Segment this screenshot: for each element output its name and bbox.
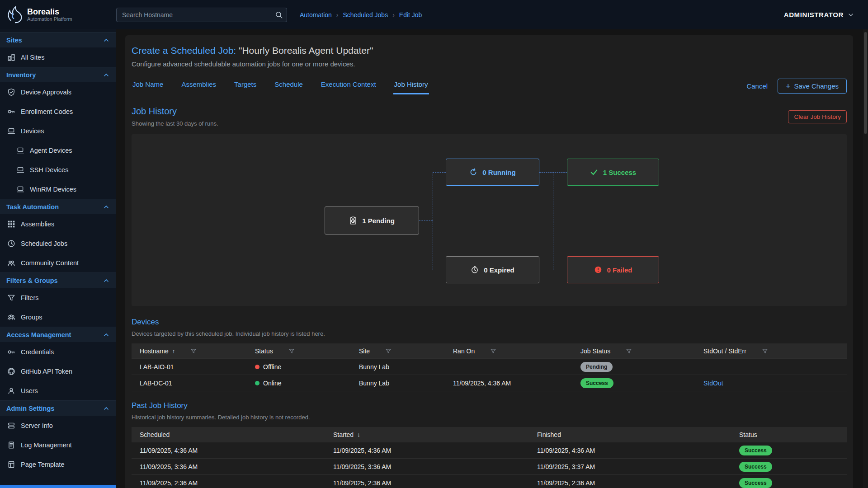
table-row[interactable]: LAB-AIO-01 Offline Bunny Lab Pending <box>132 359 847 375</box>
failed-node[interactable]: 0 Failed <box>567 256 659 283</box>
scrollbar-thumb[interactable] <box>864 32 867 134</box>
sidebar-item-winrm-devices[interactable]: WinRM Devices <box>0 179 116 199</box>
col-header-hostname[interactable]: Hostname ↑ <box>132 347 255 355</box>
status-badge: Success <box>580 378 613 388</box>
sidebar-item-label: GitHub API Token <box>21 368 72 375</box>
sidebar-item-groups[interactable]: Groups <box>0 307 116 327</box>
user-icon <box>7 387 15 395</box>
sidebar-item-agent-devices[interactable]: Agent Devices <box>0 141 116 160</box>
edit-job-panel: Create a Scheduled Job: "Hourly Borealis… <box>125 35 853 488</box>
sidebar-item-github-api-token[interactable]: GitHub API Token <box>0 361 116 381</box>
search-input[interactable] <box>116 8 287 22</box>
col-label: Finished <box>537 431 561 438</box>
sidebar-item-server-info[interactable]: Server Info <box>0 416 116 435</box>
tab-job-history[interactable]: Job History <box>393 78 429 94</box>
sidebar-item-device-approvals[interactable]: Device Approvals <box>0 82 116 102</box>
col-header-status[interactable]: Status <box>739 431 847 438</box>
tab-schedule[interactable]: Schedule <box>274 78 304 94</box>
sidebar-item-credentials[interactable]: Credentials <box>0 342 116 361</box>
sidebar-item-filters[interactable]: Filters <box>0 288 116 307</box>
devices-header-row: Devices Devices targeted by this schedul… <box>132 318 847 337</box>
tab-execution-context[interactable]: Execution Context <box>320 78 377 94</box>
sort-asc-icon[interactable]: ↑ <box>172 347 175 354</box>
col-header-started[interactable]: Started ↓ <box>333 431 537 438</box>
sidebar-section-inventory[interactable]: Inventory <box>0 67 116 82</box>
breadcrumb-automation[interactable]: Automation <box>300 11 332 19</box>
tab-targets[interactable]: Targets <box>233 78 257 94</box>
top-bar: Borealis Automation Platform Automation … <box>0 0 868 29</box>
success-check-icon <box>590 168 598 176</box>
cancel-button[interactable]: Cancel <box>746 82 768 90</box>
table-row[interactable]: LAB-DC-01 Online Bunny Lab 11/09/2025, 4… <box>132 375 847 391</box>
sidebar-item-enrollment-codes[interactable]: Enrollment Codes <box>0 102 116 121</box>
filter-icon[interactable] <box>385 348 392 354</box>
connector <box>419 221 433 221</box>
save-changes-button[interactable]: + Save Changes <box>778 79 847 94</box>
col-header-finished[interactable]: Finished <box>537 431 739 438</box>
col-header-status[interactable]: Status <box>255 347 359 355</box>
page-scrollbar[interactable] <box>863 29 868 488</box>
sidebar-section-admin-settings[interactable]: Admin Settings <box>0 400 116 416</box>
col-header-ran-on[interactable]: Ran On <box>453 347 580 355</box>
running-refresh-icon <box>469 168 477 176</box>
sort-desc-icon[interactable]: ↓ <box>357 431 360 438</box>
devices-heading: Devices <box>132 318 325 327</box>
device-icon <box>16 146 24 155</box>
sidebar-item-label: Page Template <box>21 461 64 468</box>
pending-node[interactable]: 1 Pending <box>325 206 419 235</box>
table-row[interactable]: 11/09/2025, 4:36 AM 11/09/2025, 4:36 AM … <box>132 442 847 459</box>
stdout-link[interactable]: StdOut <box>703 380 723 387</box>
connector <box>433 270 446 270</box>
sidebar-item-all-sites[interactable]: All Sites <box>0 47 116 67</box>
tab-job-name[interactable]: Job Name <box>132 78 164 94</box>
page-title-prefix: Create a Scheduled Job: <box>132 45 236 56</box>
success-node[interactable]: 1 Success <box>567 159 659 186</box>
section-label: Filters & Groups <box>6 277 58 284</box>
devices-table: Hostname ↑ Status Site Ran On <box>132 343 847 391</box>
col-label: Hostname <box>140 347 169 355</box>
table-row[interactable]: 11/09/2025, 3:36 AM 11/09/2025, 3:36 AM … <box>132 459 847 475</box>
tab-assemblies[interactable]: Assemblies <box>180 78 217 94</box>
sidebar-item-ssh-devices[interactable]: SSH Devices <box>0 160 116 179</box>
sidebar-item-users[interactable]: Users <box>0 381 116 400</box>
running-node[interactable]: 0 Running <box>446 159 539 186</box>
past-job-history-header-row: Past Job History Historical job history … <box>132 401 847 421</box>
connector <box>553 270 567 270</box>
filter-icon[interactable] <box>762 348 768 354</box>
search-icon[interactable] <box>275 11 283 21</box>
sidebar-item-label: WinRM Devices <box>30 186 76 193</box>
filter-icon[interactable] <box>288 348 295 354</box>
user-menu[interactable]: ADMINISTRATOR <box>784 11 868 19</box>
expired-node-label: 0 Expired <box>484 266 514 274</box>
expired-node[interactable]: 0 Expired <box>446 256 539 283</box>
sidebar-item-community-content[interactable]: Community Content <box>0 253 116 272</box>
breadcrumb-edit-job[interactable]: Edit Job <box>399 11 422 19</box>
filter-icon[interactable] <box>190 348 197 354</box>
breadcrumb-scheduled-jobs[interactable]: Scheduled Jobs <box>343 11 388 19</box>
sidebar-section-access-management[interactable]: Access Management <box>0 327 116 342</box>
sidebar-item-devices[interactable]: Devices <box>0 121 116 141</box>
sidebar-section-sites[interactable]: Sites <box>0 32 116 47</box>
scheduled-cell: 11/09/2025, 2:36 AM <box>132 479 333 487</box>
table-row[interactable]: 11/09/2025, 2:36 AM 11/09/2025, 2:36 AM … <box>132 475 847 488</box>
chevron-down-icon <box>847 11 854 19</box>
sidebar-section-task-automation[interactable]: Task Automation <box>0 199 116 214</box>
clear-job-history-button[interactable]: Clear Job History <box>788 110 847 123</box>
sidebar-section-filters-groups[interactable]: Filters & Groups <box>0 272 116 288</box>
filter-icon[interactable] <box>626 348 632 354</box>
filter-icon[interactable] <box>490 348 496 354</box>
funnel-icon <box>7 294 15 302</box>
col-header-site[interactable]: Site <box>359 347 453 355</box>
sidebar-item-page-template[interactable]: Page Template <box>0 455 116 474</box>
status-badge: Success <box>739 478 772 488</box>
sidebar-partial-item-highlight <box>0 485 116 488</box>
save-changes-label: Save Changes <box>794 82 839 90</box>
people-icon <box>7 259 15 267</box>
sidebar-item-assemblies[interactable]: Assemblies <box>0 214 116 234</box>
sidebar-item-label: Community Content <box>21 259 79 267</box>
sidebar-item-log-management[interactable]: Log Management <box>0 435 116 455</box>
sidebar-item-scheduled-jobs[interactable]: Scheduled Jobs <box>0 234 116 253</box>
col-header-scheduled[interactable]: Scheduled <box>132 431 333 438</box>
col-header-stdout-stderr[interactable]: StdOut / StdErr <box>703 347 847 355</box>
col-header-job-status[interactable]: Job Status <box>580 347 703 355</box>
